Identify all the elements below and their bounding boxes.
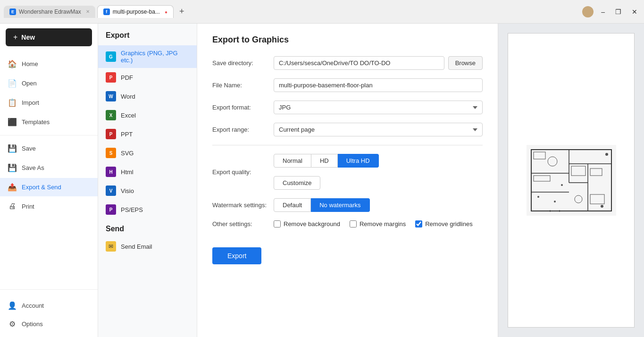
sidebar-item-home[interactable]: 🏠 Home (0, 55, 98, 73)
import-icon: 📋 (8, 98, 17, 107)
sidebar-item-open-label: Open (22, 80, 37, 87)
minimize-button[interactable]: – (598, 7, 608, 17)
home-icon: 🏠 (8, 59, 17, 68)
graphics-icon: G (106, 51, 116, 62)
file-name-control (274, 78, 483, 92)
sidebar-item-print[interactable]: 🖨 Print (0, 197, 98, 215)
export-quality-label: Export quality: (212, 168, 274, 176)
remove-background-label[interactable]: Remove background (274, 220, 340, 227)
quality-btn-group: Normal HD Ultra HD (274, 154, 379, 168)
maximize-button[interactable]: ❐ (612, 7, 624, 17)
remove-margins-checkbox[interactable] (350, 220, 357, 227)
watermark-none-button[interactable]: No watermarks (311, 198, 369, 212)
preview-inner (508, 33, 635, 328)
save-directory-control: Browse (274, 56, 483, 70)
watermark-control: Default No watermarks (274, 198, 483, 212)
export-range-row: Export range: Current page All pages Sel… (212, 123, 483, 136)
export-item-excel[interactable]: X Excel (98, 106, 197, 125)
close-button[interactable]: ✕ (629, 7, 640, 17)
new-tab-button[interactable]: + (176, 5, 188, 18)
remove-margins-text: Remove margins (360, 220, 406, 227)
options-icon: ⚙ (8, 320, 17, 329)
templates-icon: ⬛ (8, 118, 17, 126)
tab-bar: E Wondershare EdrawMax ✕ f multi-purpose… (4, 5, 579, 18)
sidebar-nav: 🏠 Home 📄 Open 📋 Import ⬛ Templates 💾 Sav… (0, 51, 98, 286)
sidebar-item-print-label: Print (22, 203, 34, 210)
export-range-label: Export range: (212, 126, 274, 133)
sidebar-divider-2 (0, 289, 98, 290)
file-name-input[interactable] (274, 78, 483, 92)
sidebar-item-templates[interactable]: ⬛ Templates (0, 113, 98, 131)
html-icon: H (106, 167, 116, 177)
export-panel: Export G Graphics (PNG, JPG etc.) P PDF … (98, 24, 197, 337)
export-item-ppt[interactable]: P PPT (98, 125, 197, 143)
watermark-default-button[interactable]: Default (274, 198, 311, 212)
export-item-html[interactable]: H Html (98, 162, 197, 181)
sidebar-item-open[interactable]: 📄 Open (0, 74, 98, 93)
email-icon: ✉ (106, 241, 116, 252)
export-format-row: Export format: JPG PNG BMP GIF SVG (212, 101, 483, 114)
sidebar-item-save-label: Save (22, 145, 36, 152)
other-settings-row: Other settings: Remove background Remove… (212, 220, 483, 227)
sidebar-item-save-as[interactable]: 💾 Save As (0, 159, 98, 177)
save-directory-input[interactable] (274, 56, 444, 70)
quality-normal-button[interactable]: Normal (274, 154, 311, 168)
sidebar-item-options-label: Options (22, 320, 43, 328)
export-item-pseps[interactable]: P PS/EPS (98, 200, 197, 219)
pdf-icon: P (106, 72, 116, 83)
sidebar-item-account[interactable]: 👤 Account (0, 296, 98, 315)
new-plus-icon: + (13, 33, 17, 42)
floor-plan-svg (527, 145, 616, 216)
print-icon: 🖨 (8, 202, 17, 211)
sidebar-item-save[interactable]: 💾 Save (0, 139, 98, 158)
quality-ultrahd-button[interactable]: Ultra HD (338, 154, 379, 168)
new-button[interactable]: + New (6, 28, 92, 46)
export-range-control: Current page All pages Selected objects (274, 123, 483, 136)
tab-edrawmax[interactable]: E Wondershare EdrawMax ✕ (4, 6, 95, 18)
remove-gridlines-label[interactable]: Remove gridlines (415, 220, 472, 227)
export-item-graphics[interactable]: G Graphics (PNG, JPG etc.) (98, 45, 197, 68)
visio-icon: V (106, 185, 116, 196)
remove-background-checkbox[interactable] (274, 220, 281, 227)
sidebar-item-import[interactable]: 📋 Import (0, 93, 98, 112)
tab-close-file[interactable]: ● (165, 9, 167, 15)
sidebar-item-export-send[interactable]: 📤 Export & Send (0, 178, 98, 196)
pseps-icon: P (106, 204, 116, 215)
customize-button[interactable]: Customize (274, 176, 320, 190)
browser-actions: – ❐ ✕ (582, 6, 640, 17)
send-email-label: Send Email (121, 243, 152, 250)
export-item-html-label: Html (121, 168, 134, 176)
export-section-title: Export (98, 31, 197, 45)
svg-point-18 (561, 184, 563, 186)
export-item-visio-label: Visio (121, 187, 134, 194)
remove-gridlines-checkbox[interactable] (415, 220, 422, 227)
browse-button[interactable]: Browse (448, 56, 483, 70)
export-format-select[interactable]: JPG PNG BMP GIF SVG (274, 101, 483, 114)
export-item-pdf-label: PDF (121, 74, 133, 81)
send-email-item[interactable]: ✉ Send Email (98, 237, 197, 256)
ppt-icon: P (106, 129, 116, 139)
remove-margins-label[interactable]: Remove margins (350, 220, 406, 227)
export-format-label: Export format: (212, 104, 274, 111)
sidebar-bottom: 👤 Account ⚙ Options (0, 293, 98, 337)
user-avatar[interactable] (582, 6, 594, 17)
export-button[interactable]: Export (212, 247, 261, 264)
open-icon: 📄 (8, 79, 17, 88)
export-item-svg[interactable]: S SVG (98, 143, 197, 162)
preview-image (508, 34, 634, 327)
export-item-excel-label: Excel (121, 112, 136, 119)
export-item-pseps-label: PS/EPS (121, 206, 143, 213)
tab-file[interactable]: f multi-purpose-ba... ● (97, 5, 174, 18)
export-quality-control: Normal HD Ultra HD Customize (274, 154, 483, 190)
watermark-row: Watermark settings: Default No watermark… (212, 198, 483, 212)
sidebar-item-import-label: Import (22, 99, 39, 106)
quality-hd-button[interactable]: HD (311, 154, 338, 168)
tab-close-edrawmax[interactable]: ✕ (86, 9, 90, 14)
sidebar-item-options[interactable]: ⚙ Options (0, 315, 98, 333)
export-range-select[interactable]: Current page All pages Selected objects (274, 123, 483, 136)
export-item-visio[interactable]: V Visio (98, 181, 197, 200)
export-item-word[interactable]: W Word (98, 87, 197, 106)
word-icon: W (106, 91, 116, 101)
sidebar-item-account-label: Account (22, 302, 44, 309)
export-item-pdf[interactable]: P PDF (98, 68, 197, 87)
